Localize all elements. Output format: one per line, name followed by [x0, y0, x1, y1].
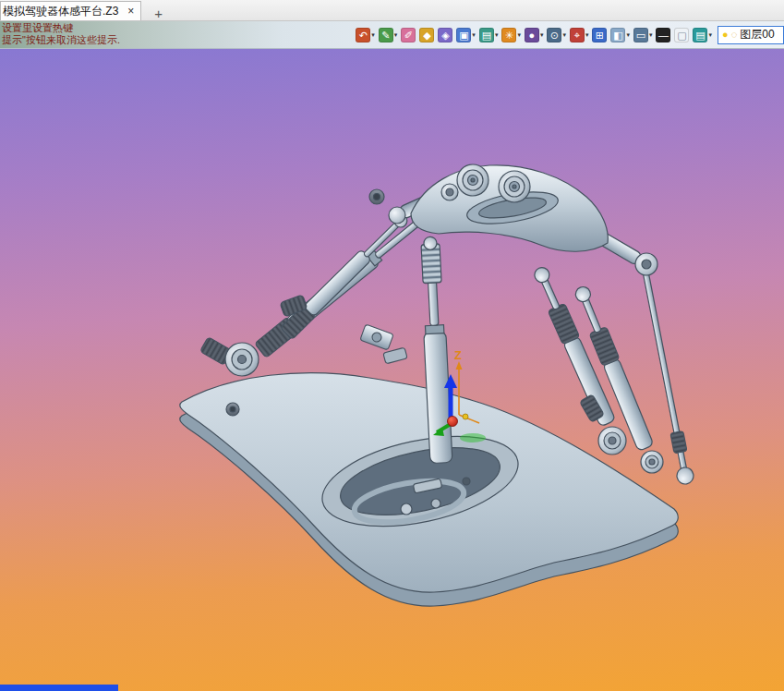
document-tab[interactable]: 模拟驾驶器体感平台.Z3 × — [0, 1, 141, 20]
chevron-down-icon[interactable]: ▾ — [585, 31, 589, 39]
center-bracket — [360, 324, 407, 364]
layer-combo-label: 图层00 — [740, 27, 774, 42]
chevron-down-icon[interactable]: ▾ — [540, 31, 544, 39]
display-mode-icon[interactable]: ◧▾ — [610, 28, 630, 42]
color-icon[interactable]: ✎▾ — [379, 28, 398, 42]
fit-view-icon[interactable]: ⊞ — [592, 28, 607, 42]
chevron-down-icon[interactable]: ▾ — [562, 31, 566, 39]
chevron-down-icon[interactable]: ▾ — [495, 31, 499, 39]
left-leg-b — [281, 211, 412, 340]
taskbar-fragment — [0, 685, 118, 691]
hint-line-2: 提示"按钮来取消这些提示. — [2, 34, 120, 46]
z-axis-label: Z — [454, 348, 462, 362]
appearance-sphere-icon[interactable]: ●▾ — [525, 28, 544, 42]
chevron-down-icon[interactable]: ▾ — [626, 31, 630, 39]
bulb-icon: ● — [722, 30, 729, 40]
render-wheel-icon[interactable]: ✳▾ — [501, 28, 521, 42]
top-assembly — [369, 164, 657, 275]
chevron-down-icon[interactable]: ▾ — [517, 31, 521, 39]
new-tab-button[interactable]: + — [151, 6, 166, 20]
chevron-down-icon[interactable]: ▾ — [708, 31, 712, 39]
tab-close-icon[interactable]: × — [127, 6, 134, 17]
iso-cube-icon[interactable]: ◆ — [419, 28, 434, 42]
chevron-down-icon[interactable]: ▾ — [649, 31, 653, 39]
chevron-down-icon[interactable]: ▾ — [394, 31, 398, 39]
exit-icon[interactable]: ↶▾ — [356, 28, 375, 42]
view-toolbar: 设置里设置热键 提示"按钮来取消这些提示. ↶▾✎▾✐◆◈▣▾▤▾✳▾●▾⊙▾⌖… — [0, 21, 784, 49]
monitor-icon[interactable]: ▭▾ — [633, 28, 653, 42]
face-view-icon[interactable]: ▤▾ — [479, 28, 499, 42]
toolbar-icons: ↶▾✎▾✐◆◈▣▾▤▾✳▾●▾⊙▾⌖▾⊞◧▾▭▾—▢▤▾ — [356, 28, 714, 42]
locate-icon[interactable]: ⌖▾ — [570, 28, 589, 42]
chevron-down-icon[interactable]: ▾ — [472, 31, 476, 39]
model-3d[interactable]: Z — [0, 49, 784, 691]
blank-view-icon[interactable]: ▢ — [674, 28, 689, 42]
tab-bar: 模拟驾驶器体感平台.Z3 × + — [0, 0, 784, 21]
minus-icon[interactable]: — — [656, 28, 670, 42]
zoom-icon[interactable]: ⊙▾ — [547, 28, 566, 42]
purple-cube-icon[interactable]: ◈ — [438, 28, 452, 42]
viewport[interactable]: Z — [0, 49, 784, 691]
view-cube-icon[interactable]: ▣▾ — [456, 28, 476, 42]
layer-ring-icon: ◌ — [731, 30, 738, 40]
chevron-down-icon[interactable]: ▾ — [371, 31, 375, 39]
tab-title: 模拟驾驶器体感平台.Z3 — [3, 4, 118, 19]
layers-icon[interactable]: ▤▾ — [693, 28, 712, 42]
eraser-icon[interactable]: ✐ — [401, 28, 416, 42]
layer-combo[interactable]: ● ◌ 图层00 — [718, 26, 784, 44]
hint-line-1: 设置里设置热键 — [2, 22, 120, 34]
hint-text: 设置里设置热键 提示"按钮来取消这些提示. — [2, 22, 120, 46]
